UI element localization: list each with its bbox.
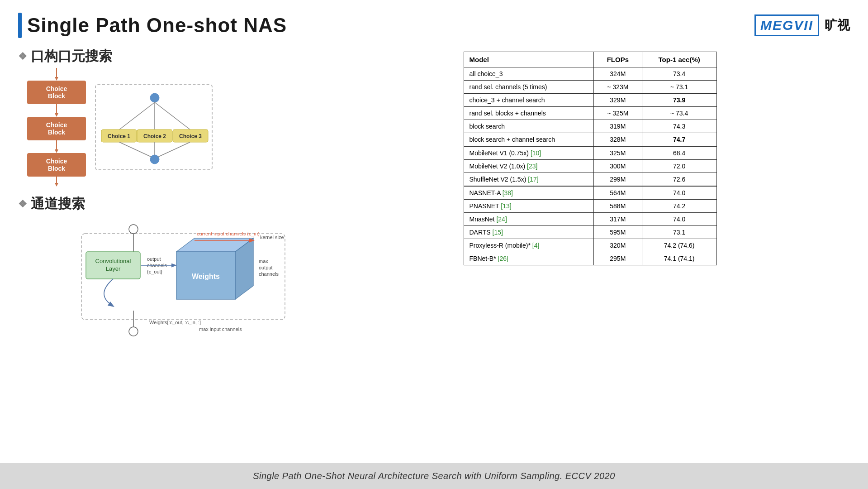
- comparison-table: Model FLOPs Top-1 acc(%) all choice_3324…: [464, 52, 717, 265]
- svg-text:current input channels (c_in): current input channels (c_in): [197, 231, 260, 236]
- table-cell-flops: ~ 325M: [593, 107, 642, 120]
- col-flops: FLOPs: [593, 52, 642, 67]
- table-cell-acc: 72.6: [642, 173, 716, 187]
- svg-point-8: [150, 93, 159, 102]
- title-accent: [18, 13, 22, 38]
- choice-block-1: Choice Block: [27, 81, 86, 104]
- table-cell-acc: 74.1 (74.1): [642, 252, 716, 265]
- arch-search-section: 口构口元搜索 Choice Block: [18, 47, 312, 187]
- model-link: [4]: [532, 242, 540, 249]
- table-cell-flops: 317M: [593, 213, 642, 226]
- choice-block-3: Choice Block: [27, 153, 86, 177]
- svg-text:output: output: [259, 265, 273, 270]
- svg-text:Layer: Layer: [106, 265, 121, 272]
- table-row: block search319M74.3: [464, 120, 716, 133]
- table-cell-acc: 74.3: [642, 120, 716, 133]
- table-row: MnasNet [24]317M74.0: [464, 213, 716, 226]
- table-row: all choice_3324M73.4: [464, 67, 716, 81]
- table-row: ShuffleNet V2 (1.5x) [17]299M72.6: [464, 173, 716, 187]
- table-cell-model: MnasNet [24]: [464, 213, 593, 226]
- table-row: NASNET-A [38]564M74.0: [464, 186, 716, 200]
- arch-search-title: 口构口元搜索: [18, 47, 312, 66]
- model-link: [17]: [528, 176, 538, 183]
- table-cell-model: rand sel. blocks + channels: [464, 107, 593, 120]
- table-cell-acc: 74.2 (74.6): [642, 239, 716, 252]
- table-cell-model: block search + channel search: [464, 133, 593, 147]
- model-link: [15]: [493, 229, 503, 236]
- table-cell-flops: 595M: [593, 226, 642, 239]
- svg-text:kernel size: kernel size: [260, 235, 284, 240]
- channel-diagram: Convolutional Layer output channels {c_o…: [27, 216, 312, 338]
- table-cell-acc: 74.0: [642, 213, 716, 226]
- logo-area: MEGVII 旷视: [754, 14, 850, 36]
- table-row: rand sel. blocks + channels~ 325M~ 73.4: [464, 107, 716, 120]
- logo-megvii: MEGVII: [754, 14, 819, 36]
- svg-text:output: output: [147, 256, 161, 262]
- choice-block-2: Choice Block: [27, 117, 86, 140]
- table-cell-flops: 324M: [593, 67, 642, 81]
- model-link: [24]: [496, 216, 507, 223]
- table-row: PNASNET [13]588M74.2: [464, 200, 716, 213]
- svg-text:max input channels: max input channels: [199, 326, 242, 332]
- model-link: [38]: [503, 189, 513, 197]
- svg-line-20: [155, 142, 190, 158]
- col-acc: Top-1 acc(%): [642, 52, 716, 67]
- table-cell-flops: 320M: [593, 239, 642, 252]
- table-cell-flops: 325M: [593, 146, 642, 160]
- table-cell-flops: 329M: [593, 94, 642, 107]
- svg-marker-7: [55, 183, 58, 187]
- svg-text:Convolutional: Convolutional: [95, 258, 131, 264]
- table-cell-flops: ~ 323M: [593, 81, 642, 94]
- svg-text:max: max: [259, 259, 268, 264]
- bold-acc: 74.7: [673, 136, 685, 143]
- svg-marker-1: [55, 77, 58, 81]
- left-panel: 口构口元搜索 Choice Block: [18, 47, 312, 455]
- svg-text:Weights[:c_out, :c_in, :]: Weights[:c_out, :c_in, :]: [149, 320, 201, 325]
- slide: Single Path One-shot NAS MEGVII 旷视 口构口元搜…: [0, 0, 868, 489]
- svg-text:{c_out}: {c_out}: [147, 269, 163, 274]
- table-cell-acc: 73.4: [642, 67, 716, 81]
- table-row: Proxyless-R (mobile)* [4]320M74.2 (74.6): [464, 239, 716, 252]
- table-cell-acc: 74.7: [642, 133, 716, 147]
- logo-chinese: 旷视: [825, 17, 850, 34]
- svg-line-9: [119, 102, 155, 129]
- table-row: DARTS [15]595M73.1: [464, 226, 716, 239]
- table-cell-model: ShuffleNet V2 (1.5x) [17]: [464, 173, 593, 187]
- svg-line-18: [119, 142, 155, 158]
- svg-marker-3: [55, 113, 58, 117]
- diamond-svg: Choice 1 Choice 2 Choice 3: [100, 90, 209, 167]
- svg-point-23: [129, 225, 138, 234]
- table-cell-acc: 73.1: [642, 226, 716, 239]
- table-cell-acc: ~ 73.1: [642, 81, 716, 94]
- model-link: [10]: [531, 149, 541, 157]
- channel-diagram-svg: Convolutional Layer output channels {c_o…: [27, 216, 312, 338]
- footer: Single Path One-Shot Neural Architecture…: [0, 463, 868, 489]
- table-cell-model: Proxyless-R (mobile)* [4]: [464, 239, 593, 252]
- table-cell-flops: 564M: [593, 186, 642, 200]
- bold-acc: 73.9: [673, 96, 685, 104]
- svg-text:Choice 3: Choice 3: [179, 133, 202, 139]
- title-bar: Single Path One-shot NAS: [18, 13, 287, 38]
- table-cell-model: MobileNet V1 (0.75x) [10]: [464, 146, 593, 160]
- svg-point-21: [150, 155, 159, 164]
- table-cell-model: DARTS [15]: [464, 226, 593, 239]
- table-cell-acc: 74.0: [642, 186, 716, 200]
- slide-title: Single Path One-shot NAS: [27, 14, 287, 37]
- channel-search-title: 通道搜索: [18, 195, 312, 213]
- model-link: [13]: [501, 202, 511, 210]
- svg-text:Choice 2: Choice 2: [143, 133, 166, 139]
- table-row: block search + channel search328M74.7: [464, 133, 716, 147]
- svg-point-25: [129, 327, 138, 336]
- table-cell-model: rand sel. channels (5 times): [464, 81, 593, 94]
- table-cell-acc: 68.4: [642, 146, 716, 160]
- choice-blocks-col: Choice Block Choice Block Choice Block: [27, 68, 86, 187]
- table-cell-model: PNASNET [13]: [464, 200, 593, 213]
- table-cell-acc: 73.9: [642, 94, 716, 107]
- table-cell-flops: 319M: [593, 120, 642, 133]
- table-cell-flops: 300M: [593, 160, 642, 173]
- main-content: 口构口元搜索 Choice Block: [0, 43, 868, 455]
- table-cell-flops: 295M: [593, 252, 642, 265]
- table-cell-flops: 588M: [593, 200, 642, 213]
- table-cell-model: block search: [464, 120, 593, 133]
- table-cell-model: all choice_3: [464, 67, 593, 81]
